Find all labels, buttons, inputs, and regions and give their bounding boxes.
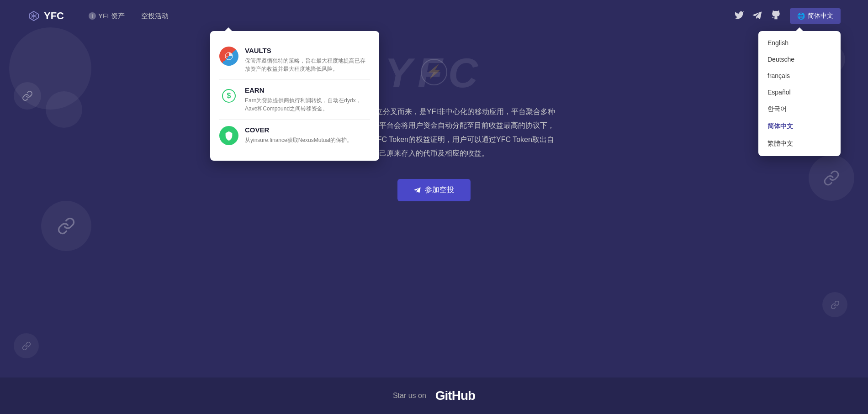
vaults-title: VAULTS (245, 47, 370, 54)
footer-github-text[interactable]: GitHub (435, 388, 475, 403)
lang-dropdown-arrow (796, 27, 803, 31)
lang-simplified-chinese[interactable]: 简体中文 (758, 118, 841, 135)
cover-menu-item[interactable]: COVER 从yinsure.finance获取NexusMutual的保护。 (219, 120, 370, 152)
earn-desc: Earn为贷款提供商执行利润转换，自动在dydx，Aave和Compound之间… (245, 96, 370, 113)
dropdown-arrow (225, 27, 232, 31)
nav-airdrop[interactable]: 空投活动 (135, 8, 175, 24)
footer: Star us on GitHub (0, 377, 868, 414)
svg-text:$: $ (227, 92, 231, 100)
lang-traditional-chinese[interactable]: 繁體中文 (758, 135, 841, 152)
navbar: YFC i YFI 资产 空投活动 🌐 简体中文 (0, 0, 868, 32)
footer-star-text: Star us on (393, 392, 426, 400)
hero-center-icon: ⚡ (420, 58, 448, 88)
logo-icon (27, 10, 40, 22)
nav-airdrop-label: 空投活动 (141, 12, 169, 21)
lang-espanol[interactable]: Español (758, 84, 841, 100)
lang-current-label: 简体中文 (808, 12, 833, 20)
cover-text: COVER 从yinsure.finance获取NexusMutual的保护。 (245, 126, 352, 144)
earn-icon: $ (219, 86, 238, 105)
vaults-desc: 保管库遵循独特的策略，旨在最大程度地提高已存放资产的收益并最大程度地降低风险。 (245, 57, 370, 73)
vaults-menu-item[interactable]: VAULTS 保管库遵循独特的策略，旨在最大程度地提高已存放资产的收益并最大程度… (219, 40, 370, 80)
svg-text:⚡: ⚡ (426, 64, 442, 79)
info-icon: i (89, 12, 96, 20)
telegram-send-icon (414, 186, 421, 194)
nav-social (734, 10, 781, 22)
cover-desc: 从yinsure.finance获取NexusMutual的保护。 (245, 136, 352, 144)
join-button-label: 参加空投 (425, 185, 454, 195)
twitter-icon[interactable] (734, 10, 744, 22)
earn-menu-item[interactable]: $ EARN Earn为贷款提供商执行利润转换，自动在dydx，Aave和Com… (219, 80, 370, 120)
nav-links: i YFI 资产 空投活动 (82, 8, 734, 24)
assets-dropdown: VAULTS 保管库遵循独特的策略，旨在最大程度地提高已存放资产的收益并最大程度… (210, 31, 379, 161)
cover-icon (219, 126, 238, 145)
lang-korean[interactable]: 한국어 (758, 100, 841, 118)
telegram-icon[interactable] (752, 10, 762, 22)
lang-deutsche[interactable]: Deutsche (758, 51, 841, 68)
lang-english[interactable]: English (758, 35, 841, 51)
lang-flag-icon: 🌐 (797, 12, 805, 20)
logo[interactable]: YFC (27, 10, 64, 22)
logo-text: YFC (44, 10, 64, 22)
join-airdrop-button[interactable]: 参加空投 (397, 179, 471, 201)
nav-yfi-assets-label: YFI 资产 (98, 12, 125, 21)
github-icon[interactable] (771, 10, 781, 22)
earn-title: EARN (245, 86, 370, 94)
language-dropdown: English Deutsche français Español 한국어 简体… (758, 31, 841, 156)
cover-title: COVER (245, 126, 352, 134)
nav-yfi-assets[interactable]: i YFI 资产 (82, 8, 131, 24)
vaults-text: VAULTS 保管库遵循独特的策略，旨在最大程度地提高已存放资产的收益并最大程度… (245, 47, 370, 73)
earn-text: EARN Earn为贷款提供商执行利润转换，自动在dydx，Aave和Compo… (245, 86, 370, 113)
main-content: YFC ⚡ YFC是经YFI技术独立分叉而来，是YFI非中心化的移动应用，平台聚… (0, 32, 868, 238)
lang-francais[interactable]: français (758, 68, 841, 84)
language-button[interactable]: 🌐 简体中文 (790, 8, 841, 24)
vaults-icon (219, 47, 238, 66)
